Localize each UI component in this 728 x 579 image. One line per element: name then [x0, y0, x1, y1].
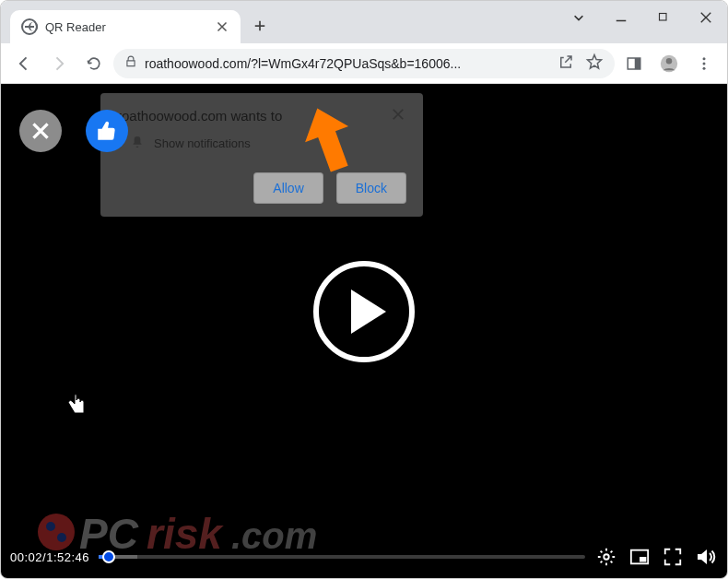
minimize-button[interactable] [600, 2, 642, 33]
play-button[interactable] [313, 261, 415, 362]
close-icon[interactable] [392, 108, 406, 123]
cursor-hand-icon [67, 393, 88, 420]
notification-title: roathoowood.com wants to [117, 108, 282, 124]
progress-thumb[interactable] [102, 550, 115, 563]
svg-point-6 [703, 62, 706, 65]
notification-permission-popup: roathoowood.com wants to Show notificati… [100, 93, 423, 217]
svg-rect-17 [640, 557, 646, 562]
menu-button[interactable] [688, 48, 720, 79]
svg-rect-2 [635, 58, 640, 69]
window-titlebar: QR Reader [1, 1, 727, 43]
current-time: 00:02 [10, 550, 42, 564]
svg-point-11 [57, 533, 66, 542]
tab-title: QR Reader [45, 20, 207, 34]
svg-point-4 [666, 58, 672, 64]
svg-point-10 [46, 522, 55, 531]
settings-gear-icon[interactable] [594, 545, 618, 569]
notification-overlay: roathoowood.com wants to Show notificati… [19, 93, 423, 217]
svg-rect-0 [660, 14, 667, 21]
fullscreen-icon[interactable] [661, 545, 685, 569]
svg-point-15 [604, 554, 609, 560]
maximize-button[interactable] [642, 2, 685, 33]
close-window-button[interactable] [685, 2, 727, 33]
globe-icon [21, 18, 38, 35]
thumbs-up-icon [86, 110, 128, 152]
notification-subtext: Show notifications [154, 136, 251, 150]
pointer-arrow-annotation [298, 106, 362, 183]
close-tab-button[interactable] [215, 19, 229, 34]
address-bar[interactable]: roathoowood.com/?l=WmGx4r72QPUaSqs&b=160… [113, 49, 615, 78]
url-text: roathoowood.com/?l=WmGx4r72QPUaSqs&b=160… [145, 56, 461, 71]
window-controls [558, 1, 727, 43]
new-tab-button[interactable] [246, 12, 274, 40]
forward-button[interactable] [43, 48, 75, 79]
total-time: 1:52:46 [46, 550, 89, 564]
profile-button[interactable] [653, 48, 685, 79]
back-button[interactable] [8, 48, 40, 79]
reload-button[interactable] [78, 48, 110, 79]
page-content: roathoowood.com wants to Show notificati… [1, 84, 727, 579]
svg-point-7 [703, 66, 706, 69]
progress-bar[interactable] [99, 555, 585, 559]
bell-icon [130, 135, 145, 152]
tabs-dropdown-button[interactable] [558, 2, 600, 33]
browser-toolbar: roathoowood.com/?l=WmGx4r72QPUaSqs&b=160… [1, 43, 727, 84]
time-display: 00:02/1:52:46 [10, 550, 89, 564]
video-controls: 00:02/1:52:46 [10, 545, 718, 569]
bookmark-star-icon[interactable] [585, 53, 604, 75]
volume-icon[interactable] [694, 545, 718, 569]
svg-point-5 [703, 57, 706, 60]
play-icon [351, 290, 386, 334]
side-panel-button[interactable] [618, 48, 650, 79]
share-icon[interactable] [558, 53, 574, 74]
picture-in-picture-icon[interactable] [628, 545, 652, 569]
lock-icon [124, 55, 137, 72]
browser-tab[interactable]: QR Reader [10, 10, 241, 43]
dismiss-overlay-button[interactable] [19, 110, 62, 152]
svg-marker-8 [298, 106, 361, 177]
